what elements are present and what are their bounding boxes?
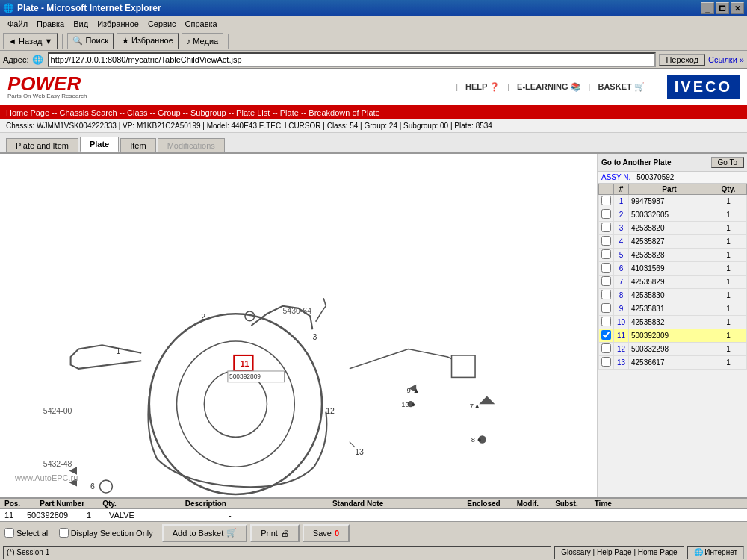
row-qty: 1	[710, 316, 746, 329]
row-checkbox[interactable]	[601, 317, 611, 326]
search-button[interactable]: 🔍 Поиск	[67, 33, 114, 49]
display-selection-label[interactable]: Display Selection Only	[71, 529, 153, 538]
row-part[interactable]: 500332605	[629, 208, 710, 222]
select-all-label[interactable]: Select all	[16, 529, 50, 538]
media-button[interactable]: ♪ Медиа	[182, 33, 223, 49]
menu-file[interactable]: Файл	[3, 18, 32, 30]
close-button[interactable]: ✕	[731, 2, 744, 14]
row-qty: 1	[710, 289, 746, 302]
links-label[interactable]: Ссылки »	[708, 55, 744, 64]
table-row[interactable]: 5 42535828 1	[599, 249, 747, 262]
row-checkbox[interactable]	[601, 209, 611, 219]
breadcrumb: Home Page -- Chassis Search -- Class -- …	[0, 106, 747, 119]
menu-edit[interactable]: Правка	[32, 18, 69, 30]
row-checkbox-cell[interactable]	[599, 276, 614, 289]
table-row[interactable]: 10 42535832 1	[599, 316, 747, 329]
elearning-link[interactable]: E-LEARNING 📚	[517, 82, 581, 92]
row-part[interactable]: 42535832	[629, 316, 710, 329]
save-button[interactable]: Save 0	[303, 524, 350, 542]
row-checkbox-cell[interactable]	[599, 249, 614, 262]
row-checkbox-cell[interactable]	[599, 262, 614, 276]
row-checkbox[interactable]	[601, 236, 611, 246]
row-checkbox[interactable]	[601, 276, 611, 286]
favorites-button[interactable]: ★ Избранное	[117, 33, 179, 49]
col-qty: Qty.	[710, 184, 746, 195]
print-button[interactable]: Print 🖨	[250, 524, 300, 542]
row-part[interactable]: 41031569	[629, 262, 710, 276]
minimize-button[interactable]: _	[701, 2, 714, 14]
row-part[interactable]: 42535820	[629, 222, 710, 235]
row-checkbox[interactable]	[601, 249, 611, 259]
diagram-area: 11 500392809 2 3 7▲	[0, 154, 598, 497]
power-logo: POWER	[7, 74, 81, 93]
watermark: www.AutoEPC.ru	[15, 473, 78, 482]
row-part[interactable]: 42535831	[629, 302, 710, 316]
row-checkbox[interactable]	[601, 263, 611, 273]
go-to-button[interactable]: Go To	[711, 157, 745, 168]
row-checkbox-cell[interactable]	[599, 289, 614, 302]
data-desc: VALVE	[109, 511, 229, 520]
row-checkbox[interactable]	[601, 196, 611, 205]
basket-icon: 🛒	[226, 528, 237, 538]
row-part[interactable]: 42535828	[629, 249, 710, 262]
row-part[interactable]: 500332298	[629, 343, 710, 356]
row-checkbox-cell[interactable]	[599, 222, 614, 235]
table-row[interactable]: 3 42535820 1	[599, 222, 747, 235]
table-row[interactable]: 11 500392809 1	[599, 329, 747, 343]
col-cb	[599, 184, 614, 195]
table-row[interactable]: 4 42535827 1	[599, 235, 747, 249]
row-checkbox[interactable]	[601, 357, 611, 367]
table-row[interactable]: 7 42535829 1	[599, 276, 747, 289]
header-time: Time	[595, 500, 612, 508]
tab-modifications[interactable]: Modifications	[158, 138, 225, 152]
diagram-svg: 11 500392809 2 3 7▲	[0, 154, 597, 497]
row-checkbox[interactable]	[601, 223, 611, 232]
row-part[interactable]: 42535829	[629, 276, 710, 289]
table-row[interactable]: 12 500332298 1	[599, 343, 747, 356]
status-nav-links[interactable]: Glossary | Help Page | Home Page	[554, 546, 684, 559]
menu-help[interactable]: Справка	[181, 18, 222, 30]
row-checkbox-cell[interactable]	[599, 235, 614, 249]
row-checkbox-cell[interactable]	[599, 329, 614, 343]
tab-plate-and-item[interactable]: Plate and Item	[6, 138, 78, 152]
row-part[interactable]: 42535830	[629, 289, 710, 302]
menu-view[interactable]: Вид	[69, 18, 93, 30]
display-selection-checkbox[interactable]	[59, 528, 69, 538]
table-row[interactable]: 9 42535831 1	[599, 302, 747, 316]
tab-plate[interactable]: Plate	[80, 137, 119, 152]
row-checkbox-cell[interactable]	[599, 316, 614, 329]
address-input[interactable]	[48, 52, 657, 67]
table-row[interactable]: 8 42535830 1	[599, 289, 747, 302]
row-checkbox[interactable]	[601, 330, 611, 340]
row-part[interactable]: 42536617	[629, 356, 710, 370]
tab-item[interactable]: Item	[120, 138, 155, 152]
row-part[interactable]: 500392809	[629, 329, 710, 343]
row-checkbox-cell[interactable]	[599, 356, 614, 370]
table-row[interactable]: 6 41031569 1	[599, 262, 747, 276]
restore-button[interactable]: ⧠	[716, 2, 729, 14]
select-all-checkbox[interactable]	[4, 528, 14, 538]
table-row[interactable]: 1 99475987 1	[599, 195, 747, 208]
row-checkbox-cell[interactable]	[599, 208, 614, 222]
row-checkbox-cell[interactable]	[599, 343, 614, 356]
back-button[interactable]: ◄ Назад ▼	[3, 33, 58, 49]
row-checkbox-cell[interactable]	[599, 195, 614, 208]
basket-link[interactable]: BASKET 🛒	[598, 82, 644, 92]
row-part[interactable]: 99475987	[629, 195, 710, 208]
parts-table-container[interactable]: # Part Qty. 1 99475987 1 2 500332605 1	[598, 184, 747, 497]
go-button[interactable]: Переход	[659, 54, 705, 66]
row-checkbox[interactable]	[601, 343, 611, 353]
table-row[interactable]: 13 42536617 1	[599, 356, 747, 370]
row-checkbox-cell[interactable]	[599, 302, 614, 316]
row-qty: 1	[710, 195, 746, 208]
go-to-plate-label: Go to Another Plate	[601, 158, 672, 167]
add-basket-button[interactable]: Add to Basket 🛒	[162, 524, 248, 542]
menu-tools[interactable]: Сервис	[143, 18, 181, 30]
row-checkbox[interactable]	[601, 303, 611, 313]
bottom-section: Pos. Part Number Qty. Description Standa…	[0, 497, 747, 521]
table-row[interactable]: 2 500332605 1	[599, 208, 747, 222]
help-link[interactable]: HELP ❓	[465, 82, 500, 92]
row-checkbox[interactable]	[601, 290, 611, 299]
row-part[interactable]: 42535827	[629, 235, 710, 249]
menu-favorites[interactable]: Избранное	[93, 18, 143, 30]
